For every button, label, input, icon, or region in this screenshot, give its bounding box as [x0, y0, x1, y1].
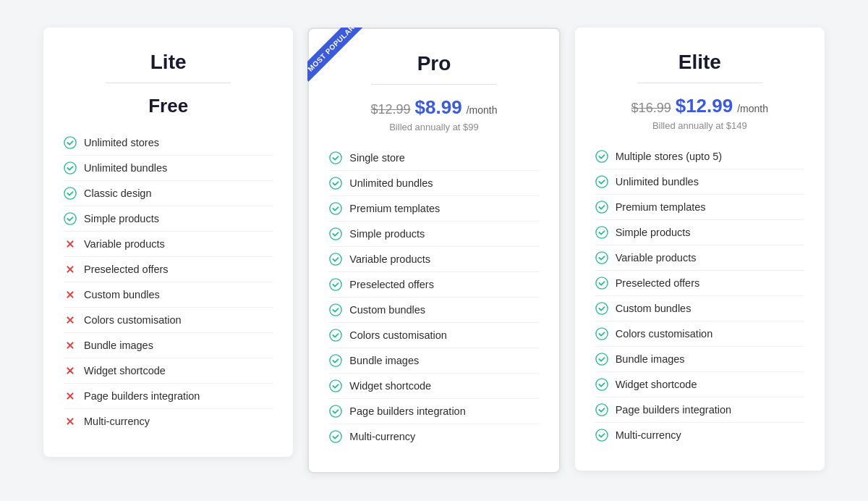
plan-card-pro: MOST POPULAR Pro $12.99 $8.99 /month Bil… — [307, 28, 560, 473]
x-icon — [64, 339, 77, 352]
feature-item: Preselected offers — [64, 257, 273, 282]
plan-divider — [106, 83, 231, 83]
price-discounted: $12.99 — [676, 95, 733, 117]
svg-point-23 — [596, 328, 608, 340]
plan-divider — [371, 84, 497, 85]
check-icon — [329, 329, 342, 342]
feature-item: Unlimited bundles — [64, 156, 273, 181]
svg-point-7 — [330, 228, 341, 240]
feature-item: Simple products — [64, 206, 273, 232]
features-list: Multiple stores (upto 5) Unlimited bundl… — [595, 144, 804, 447]
features-list: Unlimited stores Unlimited bundles Class… — [64, 130, 273, 434]
price-original: $12.99 — [371, 102, 411, 117]
svg-point-15 — [330, 431, 341, 442]
check-icon — [595, 175, 608, 188]
feature-label: Bundle images — [349, 355, 419, 366]
feature-label: Custom bundles — [84, 289, 160, 300]
feature-item: Simple products — [595, 220, 804, 245]
feature-label: Multiple stores (upto 5) — [616, 151, 722, 162]
feature-label: Preselected offers — [349, 279, 434, 290]
feature-item: Colors customisation — [329, 323, 538, 348]
feature-item: Bundle images — [64, 333, 273, 358]
feature-item: Variable products — [329, 247, 538, 272]
feature-label: Colors customisation — [616, 328, 713, 340]
price-billed: Billed annually at $149 — [595, 120, 804, 131]
svg-point-10 — [330, 304, 341, 316]
svg-point-11 — [330, 329, 341, 341]
feature-label: Custom bundles — [616, 303, 692, 314]
feature-item: Bundle images — [595, 347, 804, 372]
feature-item: Custom bundles — [595, 296, 804, 321]
plan-card-lite: Lite Free Unlimited stores Unlimited bun… — [43, 28, 293, 457]
feature-label: Colors customisation — [84, 314, 182, 326]
feature-label: Variable products — [84, 238, 165, 250]
feature-label: Page builders integration — [616, 404, 731, 416]
svg-point-9 — [330, 279, 341, 290]
feature-item: Unlimited bundles — [329, 171, 538, 196]
feature-item: Classic design — [64, 181, 273, 206]
check-icon — [595, 150, 608, 163]
svg-point-21 — [596, 277, 608, 289]
feature-item: Preselected offers — [595, 271, 804, 296]
feature-item: Premium templates — [595, 195, 804, 220]
svg-point-6 — [330, 203, 341, 214]
svg-point-4 — [330, 152, 341, 164]
feature-item: Multi-currency — [329, 424, 538, 449]
check-icon — [595, 429, 608, 442]
svg-point-5 — [330, 177, 341, 189]
feature-label: Preselected offers — [84, 264, 169, 275]
feature-label: Multi-currency — [349, 431, 415, 442]
feature-label: Simple products — [349, 228, 425, 240]
x-icon — [64, 237, 77, 250]
check-icon — [329, 303, 342, 316]
x-icon — [64, 263, 77, 276]
x-icon — [64, 313, 77, 327]
feature-label: Classic design — [84, 188, 152, 199]
check-icon — [329, 354, 342, 367]
check-icon — [595, 201, 608, 214]
plan-divider — [637, 83, 763, 83]
x-icon — [64, 390, 77, 403]
svg-point-24 — [596, 353, 608, 365]
feature-label: Premium templates — [349, 203, 440, 214]
feature-label: Widget shortcode — [349, 380, 431, 392]
feature-item: Bundle images — [329, 348, 538, 374]
feature-label: Simple products — [616, 227, 691, 238]
plan-price-free: Free — [64, 95, 273, 117]
feature-item: Widget shortcode — [329, 374, 538, 399]
svg-point-14 — [330, 405, 341, 417]
price-period: /month — [467, 104, 498, 116]
feature-label: Bundle images — [616, 353, 685, 365]
svg-point-20 — [596, 252, 608, 264]
feature-item: Preselected offers — [329, 272, 538, 298]
svg-point-13 — [330, 380, 341, 392]
check-icon — [329, 177, 342, 190]
feature-label: Colors customisation — [349, 329, 447, 341]
feature-label: Single store — [349, 152, 405, 164]
price-billed: Billed annually at $99 — [329, 122, 538, 132]
svg-point-16 — [596, 151, 608, 162]
feature-label: Unlimited bundles — [616, 176, 699, 188]
feature-label: Page builders integration — [349, 405, 465, 417]
price-discounted: $8.99 — [415, 96, 462, 119]
feature-item: Variable products — [595, 245, 804, 271]
plan-title: Lite — [64, 51, 273, 74]
feature-label: Variable products — [616, 252, 697, 264]
check-icon — [595, 378, 608, 391]
x-icon — [64, 415, 77, 428]
svg-point-0 — [64, 137, 76, 148]
svg-point-22 — [596, 303, 608, 314]
feature-item: Widget shortcode — [64, 358, 273, 384]
feature-item: Multi-currency — [64, 409, 273, 434]
price-period: /month — [737, 103, 768, 114]
feature-label: Preselected offers — [616, 277, 700, 289]
feature-label: Unlimited bundles — [349, 177, 433, 189]
feature-label: Unlimited stores — [84, 137, 159, 148]
check-icon — [329, 202, 342, 215]
check-icon — [329, 227, 342, 240]
feature-item: Multiple stores (upto 5) — [595, 144, 804, 169]
check-icon — [595, 251, 608, 264]
feature-item: Page builders integration — [595, 397, 804, 423]
feature-item: Page builders integration — [64, 384, 273, 409]
feature-item: Colors customisation — [64, 308, 273, 333]
